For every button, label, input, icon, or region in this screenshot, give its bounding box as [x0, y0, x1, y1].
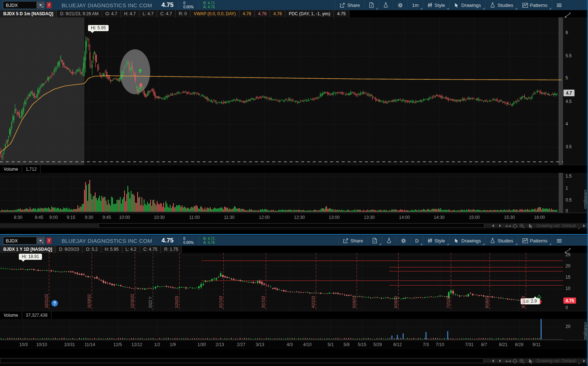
share-button[interactable]: Share	[335, 0, 364, 10]
time-axis[interactable]: 8:308:459:009:159:309:4510:0010:3011:001…	[0, 213, 588, 222]
collapse-panel-button[interactable]	[582, 224, 586, 228]
crosshair-icon[interactable]	[512, 358, 518, 364]
quick-study-button[interactable]	[382, 236, 396, 246]
menu-icon	[556, 3, 562, 8]
drawing-set-selector[interactable]: Drawing set: Default	[537, 223, 576, 228]
symbol-input[interactable]: BJDX	[3, 1, 44, 9]
pattern-icon	[522, 238, 528, 243]
axis-tick-label: 3.5	[566, 144, 572, 149]
timeframe-button[interactable]: D	[411, 236, 423, 246]
daily-volume-canvas[interactable]	[0, 319, 563, 340]
scrollbar-handle[interactable]	[98, 223, 484, 228]
share-button[interactable]: Share	[338, 236, 368, 246]
intraday-price-canvas[interactable]	[0, 17, 563, 165]
gear-icon	[398, 3, 403, 8]
patterns-button[interactable]: Patterns	[518, 236, 552, 246]
studies-label: Studies	[497, 238, 513, 244]
drawing-date-label[interactable]: 12/16/22	[130, 294, 134, 308]
scroll-right-button[interactable]	[498, 224, 502, 228]
drawing-set-selector[interactable]: Drawing set: Default	[537, 358, 576, 363]
time-tick-label: 9:15	[67, 215, 75, 220]
scroll-left-button[interactable]	[491, 359, 495, 363]
flask-icon	[386, 238, 392, 244]
last-price-axis-bubble: 4.7	[563, 90, 575, 96]
share-label: Share	[350, 238, 363, 244]
panel-separator[interactable]	[0, 234, 588, 235]
symbol-dropdown-button[interactable]	[37, 2, 44, 8]
dropdown-corner	[515, 243, 517, 245]
scroll-left-button[interactable]	[491, 224, 495, 228]
news-button[interactable]	[364, 0, 378, 10]
info-chip[interactable]: VWAP (0.0, 0.0, DAY)	[190, 10, 239, 17]
time-tick-label: 10:00	[119, 215, 130, 220]
dropdown-corner	[41, 241, 43, 243]
date-axis[interactable]: 10/310/1010/3111/1412/512/121/21/91/302/…	[0, 340, 588, 349]
time-tick-label: 1/30	[197, 342, 206, 347]
patterns-button[interactable]: Patterns	[518, 0, 552, 10]
info-chip[interactable]: PDC (DAY, 1, -1, yes)	[285, 10, 334, 17]
style-button[interactable]: Style	[423, 0, 449, 10]
time-tick-label: 8/7	[481, 342, 487, 347]
info-chip: H: 4.7	[121, 10, 139, 17]
cursor-mode-icon[interactable]	[528, 223, 534, 229]
style-button[interactable]: Style	[423, 236, 449, 246]
daily-price-canvas[interactable]	[0, 253, 563, 311]
cursor-mode-icon[interactable]	[528, 358, 534, 364]
time-tick-label: 10:30	[154, 215, 165, 220]
chart-menu-button[interactable]	[552, 236, 566, 246]
drawing-date-label[interactable]: 2/17/23	[219, 296, 223, 308]
volume-label[interactable]: Volume	[0, 165, 22, 173]
intraday-volume-pane[interactable]: <millions> 1.510.50	[0, 173, 588, 213]
help-button[interactable]: ?	[51, 300, 58, 307]
chart-menu-button[interactable]	[552, 0, 566, 10]
chart-info-row: BJDX 1 Y 1D [NASDAQ]D: 9/20/23O: 5.2H: 5…	[0, 246, 588, 253]
info-chip: C: 4.75	[140, 246, 161, 253]
drawings-button[interactable]: Drawings	[449, 236, 485, 246]
settings-button[interactable]	[393, 0, 407, 10]
drawing-date-label[interactable]: 6/16/23	[394, 296, 398, 308]
symbol-dropdown-button[interactable]	[37, 237, 44, 244]
time-tick-label: 7/3	[423, 342, 429, 347]
time-tick-label: 9:45	[102, 215, 111, 220]
bid-ask-block: B: 4.71 A: 4.76	[199, 1, 215, 9]
info-chip[interactable]: BJDX 1 Y 1D [NASDAQ]	[0, 246, 56, 253]
pan-mode-icon[interactable]	[505, 223, 511, 229]
studies-button[interactable]: Studies	[485, 236, 517, 246]
drawing-date-label[interactable]: 1/20/23	[175, 296, 179, 308]
daily-volume-pane[interactable]: <millions> 20	[0, 319, 588, 340]
symbol-input[interactable]: BJDX	[3, 237, 44, 245]
time-tick-label: 9/11	[533, 342, 541, 347]
scrollbar-handle[interactable]	[0, 358, 484, 363]
settings-button[interactable]	[396, 236, 411, 246]
cursor-icon	[454, 238, 459, 244]
drawing-date-label[interactable]: 4/21/23	[311, 296, 315, 308]
intraday-volume-canvas[interactable]	[0, 173, 563, 213]
volume-label[interactable]: Volume	[0, 311, 22, 319]
intraday-price-pane[interactable]: Hi: 5.95 4.7 65.554.543.5	[0, 17, 588, 165]
drawing-date-label[interactable]: 11/18/22	[87, 294, 91, 308]
drawing-date-label[interactable]: 8/18/23	[485, 296, 489, 308]
quick-study-button[interactable]	[378, 0, 393, 10]
info-chip[interactable]: BJDX 5 D 1m [NASDAQ]	[0, 10, 57, 17]
drawing-date-label[interactable]: 10/21/22	[45, 294, 49, 308]
alert-badge[interactable]: !	[47, 238, 51, 244]
drawing-date-label[interactable]: 3/17/23	[261, 296, 265, 308]
zoom-in-icon[interactable]	[519, 358, 525, 364]
studies-button[interactable]: Studies	[485, 0, 517, 10]
dropdown-corner	[41, 6, 43, 8]
drawing-date-label[interactable]: 9/15/23	[521, 296, 525, 308]
timeframe-button[interactable]: 1m	[407, 0, 423, 10]
active-panel-edge	[587, 0, 588, 366]
scroll-right-button[interactable]	[498, 359, 502, 363]
drawings-button[interactable]: Drawings	[449, 0, 485, 10]
daily-price-pane[interactable]: Hi: 18.91 Lo: 2.9 4.75 ? 25201510010/21/…	[0, 253, 588, 311]
zoom-in-icon[interactable]	[519, 223, 525, 229]
drawing-date-label[interactable]: 5/19/23	[352, 296, 356, 308]
crosshair-icon[interactable]	[512, 223, 518, 229]
drawing-date-label[interactable]: 7/21/23	[446, 296, 450, 308]
news-button[interactable]	[368, 236, 382, 246]
collapse-panel-button[interactable]	[582, 359, 586, 363]
alert-badge[interactable]: !	[47, 2, 51, 8]
pan-mode-icon[interactable]	[505, 358, 511, 364]
axis-scale-icon[interactable]	[564, 12, 572, 18]
